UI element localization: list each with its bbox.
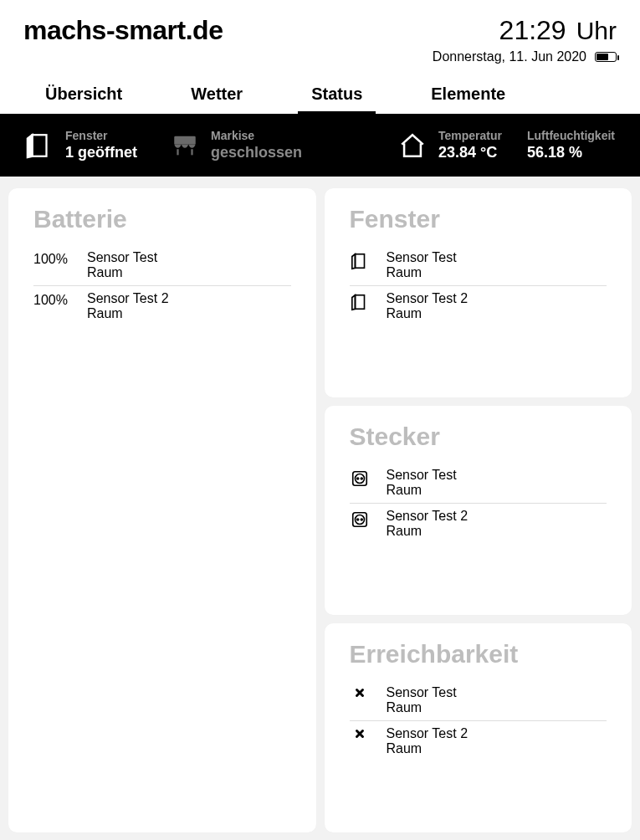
statusbar-temp-value: 23.84 °C: [438, 144, 502, 161]
statusbar-markise-label: Markise: [211, 129, 302, 142]
date-text: Donnerstag, 11. Jun 2020: [433, 49, 586, 64]
row-room: Raum: [387, 265, 457, 280]
tabs: Übersicht Wetter Status Elemente: [23, 64, 617, 114]
card-stecker-title: Stecker: [350, 423, 607, 451]
row-name: Sensor Test: [387, 468, 457, 483]
row-name: Sensor Test 2: [387, 726, 468, 741]
tab-uebersicht[interactable]: Übersicht: [32, 79, 136, 114]
battery-value: 100%: [33, 291, 70, 308]
row-room: Raum: [387, 524, 468, 539]
header: machs-smart.de 21:29 Uhr Donnerstag, 11.…: [0, 0, 640, 114]
statusbar-humid-label: Luftfeuchtigkeit: [527, 129, 615, 142]
house-icon: [398, 131, 427, 160]
card-fenster: Fenster Sensor Test Raum Senso: [325, 188, 632, 397]
svg-point-16: [361, 519, 362, 520]
row-name: Sensor Test: [387, 250, 457, 265]
socket-icon: [350, 468, 370, 488]
status-bar: Fenster 1 geöffnet Markise geschlossen: [0, 114, 640, 177]
card-erreichbarkeit: Erreichbarkeit Sensor Test Raum Sensor T…: [325, 623, 632, 832]
svg-point-11: [356, 478, 358, 479]
list-item: Sensor Test 2 Raum: [350, 721, 607, 761]
svg-point-12: [361, 478, 362, 479]
row-room: Raum: [387, 700, 457, 715]
window-icon: [350, 250, 370, 270]
row-name: Sensor Test 2: [87, 291, 169, 306]
tab-elemente[interactable]: Elemente: [417, 79, 519, 114]
statusbar-fenster-value: 1 geöffnet: [65, 144, 137, 161]
statusbar-fenster: Fenster 1 geöffnet: [25, 129, 137, 161]
list-item: Sensor Test Raum: [350, 245, 607, 286]
svg-point-15: [356, 519, 358, 520]
battery-value: 100%: [33, 250, 70, 267]
window-open-icon: [25, 131, 54, 160]
svg-marker-8: [351, 295, 355, 310]
card-fenster-title: Fenster: [350, 205, 607, 233]
statusbar-temp-label: Temperatur: [438, 129, 502, 142]
svg-marker-1: [28, 135, 33, 157]
card-erreichbarkeit-title: Erreichbarkeit: [350, 640, 607, 668]
row-name: Sensor Test: [87, 250, 157, 265]
list-item: Sensor Test Raum: [350, 463, 607, 504]
main-grid: Fenster Sensor Test Raum Senso: [0, 177, 640, 840]
statusbar-fenster-label: Fenster: [65, 129, 137, 142]
list-item: Sensor Test Raum: [350, 680, 607, 721]
row-room: Raum: [387, 741, 468, 756]
clock-time: 21:29: [499, 15, 566, 46]
svg-rect-2: [174, 136, 196, 144]
row-name: Sensor Test 2: [387, 291, 468, 306]
list-item: 100% Sensor Test 2 Raum: [33, 286, 291, 326]
socket-icon: [350, 509, 370, 529]
list-item: Sensor Test 2 Raum: [350, 286, 607, 326]
card-batterie: Batterie 100% Sensor Test Raum 100% Sens…: [8, 188, 316, 832]
site-title: machs-smart.de: [23, 15, 223, 46]
statusbar-markise: Markise geschlossen: [171, 129, 302, 161]
awning-icon: [171, 131, 199, 160]
card-stecker: Stecker Sensor Test Raum: [325, 406, 632, 615]
statusbar-markise-value: geschlossen: [211, 144, 302, 161]
clock-suffix: Uhr: [576, 17, 617, 45]
unreachable-icon: [350, 726, 370, 740]
row-room: Raum: [387, 483, 457, 498]
statusbar-house-group: Temperatur 23.84 °C Luftfeuchtigkeit 56.…: [398, 129, 615, 161]
card-batterie-title: Batterie: [33, 205, 291, 233]
window-icon: [350, 291, 370, 311]
svg-marker-6: [351, 254, 355, 269]
row-name: Sensor Test 2: [387, 509, 468, 524]
statusbar-humid-value: 56.18 %: [527, 144, 615, 161]
row-room: Raum: [387, 306, 468, 321]
row-room: Raum: [87, 306, 169, 321]
svg-rect-5: [355, 254, 364, 269]
clock-block: 21:29 Uhr Donnerstag, 11. Jun 2020: [433, 15, 617, 64]
tab-status[interactable]: Status: [298, 79, 376, 114]
row-room: Raum: [87, 265, 157, 280]
row-name: Sensor Test: [387, 685, 457, 700]
list-item: 100% Sensor Test Raum: [33, 245, 291, 286]
battery-icon: [595, 52, 617, 62]
svg-rect-7: [355, 295, 364, 310]
list-item: Sensor Test 2 Raum: [350, 504, 607, 544]
unreachable-icon: [350, 685, 370, 699]
tab-wetter[interactable]: Wetter: [177, 79, 256, 114]
svg-rect-0: [33, 135, 47, 156]
